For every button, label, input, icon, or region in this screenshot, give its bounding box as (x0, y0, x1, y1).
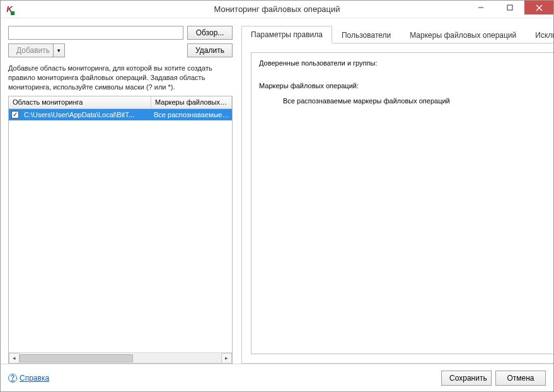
col-area[interactable]: Область мониторинга (9, 96, 151, 108)
scroll-thumb[interactable] (20, 354, 133, 362)
close-button[interactable] (524, 1, 553, 14)
help-icon: ? (8, 374, 17, 383)
right-panel: Параметры правила Пользователи Маркеры ф… (241, 26, 553, 364)
path-input[interactable] (8, 26, 183, 40)
titlebar: K Мониторинг файловых операций (1, 1, 553, 18)
cancel-button[interactable]: Отмена (495, 371, 546, 386)
tab-bar: Параметры правила Пользователи Маркеры ф… (241, 26, 553, 43)
details-content: Доверенные пользователи и группы: Маркер… (251, 52, 553, 354)
scroll-right-button[interactable]: ▸ (221, 353, 232, 364)
svg-rect-1 (507, 5, 512, 10)
app-icon: K (4, 4, 14, 14)
row-checkbox[interactable]: ✓ (11, 111, 19, 118)
cell-area: C:\Users\User\AppData\Local\BitT... (21, 111, 151, 118)
help-text: Добавьте область мониторинга, для которо… (8, 64, 233, 92)
monitoring-table: Область мониторинга Маркеры файловых опе… (8, 96, 233, 364)
chevron-down-icon: ▾ (57, 47, 61, 54)
window-controls (466, 1, 553, 14)
add-button: Добавить (8, 43, 54, 57)
table-body: ✓ C:\Users\User\AppData\Local\BitT... Вс… (9, 109, 232, 352)
tab-users[interactable]: Пользователи (332, 26, 400, 43)
markers-section-label: Маркеры файловых операций: (259, 82, 553, 89)
scroll-left-button[interactable]: ◂ (9, 353, 20, 364)
tab-rule-params[interactable]: Параметры правила (241, 26, 332, 43)
dialog-window: K Мониторинг файловых операций Обзор... … (0, 0, 554, 392)
cell-markers: Все распознаваемые мар (151, 111, 232, 118)
markers-value: Все распознаваемые маркеры файловых опер… (259, 97, 553, 105)
maximize-button[interactable] (495, 1, 524, 14)
left-panel: Обзор... Добавить ▾ Удалить Добавьте обл… (8, 26, 233, 364)
delete-button[interactable]: Удалить (187, 43, 233, 57)
add-dropdown-button[interactable]: ▾ (54, 43, 65, 57)
table-row[interactable]: ✓ C:\Users\User\AppData\Local\BitT... Вс… (9, 109, 232, 120)
details-pane: Доверенные пользователи и группы: Маркер… (241, 43, 553, 364)
col-markers[interactable]: Маркеры файловых опе (151, 96, 232, 108)
tab-exclusions[interactable]: Исключени (526, 26, 553, 43)
horizontal-scrollbar[interactable]: ◂ ▸ (9, 352, 232, 363)
content-area: Обзор... Добавить ▾ Удалить Добавьте обл… (1, 18, 553, 364)
help-link-label: Справка (20, 374, 49, 383)
table-header: Область мониторинга Маркеры файловых опе (9, 96, 232, 109)
tab-markers[interactable]: Маркеры файловых операций (400, 26, 526, 43)
trusted-users-label: Доверенные пользователи и группы: (259, 59, 553, 67)
minimize-button[interactable] (466, 1, 495, 14)
browse-button[interactable]: Обзор... (187, 26, 233, 40)
help-link[interactable]: ? Справка (8, 374, 49, 383)
save-button[interactable]: Сохранить (441, 371, 492, 386)
footer: ? Справка Сохранить Отмена (1, 364, 553, 391)
